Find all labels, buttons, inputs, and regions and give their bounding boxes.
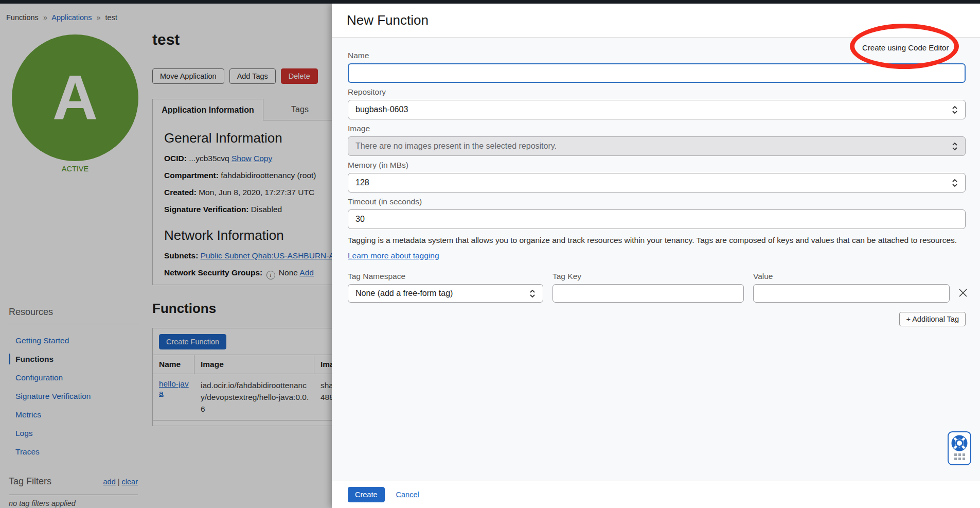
select-chevrons-icon — [952, 142, 958, 151]
select-chevrons-icon — [952, 179, 958, 187]
panel-footer: Create Cancel — [332, 481, 980, 508]
learn-more-tagging-link[interactable]: Learn more about tagging — [348, 251, 439, 260]
tag-row: Tag Namespace None (add a free-form tag)… — [348, 272, 966, 303]
panel-header: New Function — [332, 4, 980, 38]
image-selected-value: There are no images present in the selec… — [355, 142, 557, 151]
image-select: There are no images present in the selec… — [348, 136, 966, 156]
panel-title: New Function — [347, 12, 429, 28]
drag-dots-icon — [954, 453, 965, 460]
create-button[interactable]: Create — [348, 487, 385, 502]
name-label: Name — [348, 51, 966, 60]
select-chevrons-icon — [952, 106, 958, 114]
repository-select[interactable]: bugbash-0603 — [348, 100, 966, 119]
memory-select[interactable]: 128 — [348, 173, 966, 192]
repository-label: Repository — [348, 87, 966, 97]
tag-namespace-select[interactable]: None (add a free-form tag) — [348, 284, 543, 303]
timeout-input[interactable] — [348, 209, 966, 229]
select-chevrons-icon — [529, 289, 536, 298]
tag-value-label: Value — [753, 272, 950, 281]
tag-value-input[interactable] — [753, 284, 950, 303]
timeout-label: Timeout (in seconds) — [348, 197, 966, 206]
console-top-bar — [0, 0, 980, 4]
tag-namespace-selected-value: None (add a free-form tag) — [355, 289, 453, 298]
name-input[interactable] — [348, 63, 966, 83]
life-preserver-icon — [951, 435, 968, 451]
tagging-description: Tagging is a metadata system that allows… — [348, 236, 966, 245]
tag-key-input[interactable] — [553, 284, 744, 303]
modal-dim-overlay[interactable] — [0, 0, 332, 508]
new-function-panel: New Function Create using Code Editor Na… — [332, 4, 980, 508]
repository-selected-value: bugbash-0603 — [355, 105, 408, 114]
help-widget-button[interactable] — [948, 431, 971, 465]
cancel-link[interactable]: Cancel — [396, 491, 419, 499]
memory-selected-value: 128 — [355, 178, 369, 187]
create-using-code-editor-link[interactable]: Create using Code Editor — [862, 43, 949, 52]
additional-tag-button[interactable]: + Additional Tag — [899, 312, 966, 326]
remove-tag-icon[interactable] — [958, 288, 968, 298]
tag-key-label: Tag Key — [553, 272, 744, 281]
tag-namespace-label: Tag Namespace — [348, 272, 543, 281]
image-label: Image — [348, 124, 966, 133]
panel-body: Name Repository bugbash-0603 Image There… — [348, 51, 966, 326]
memory-label: Memory (in MBs) — [348, 161, 966, 170]
